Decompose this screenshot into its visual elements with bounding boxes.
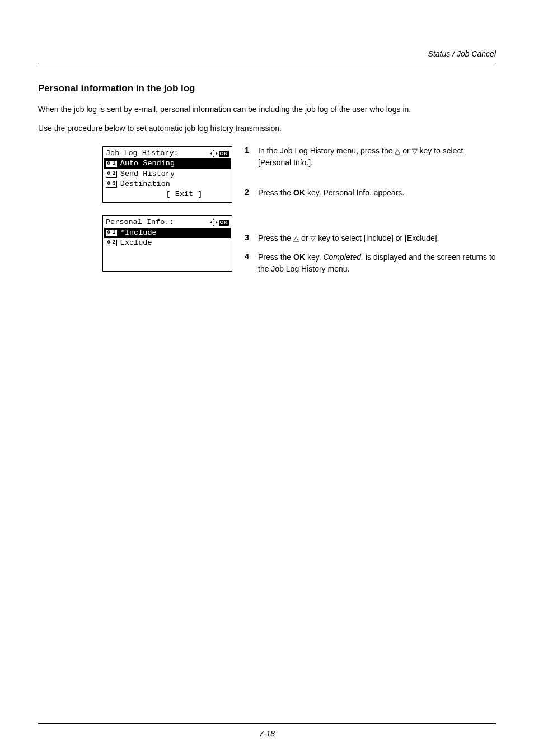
lcd2-row-include: 01 *Include — [104, 228, 231, 238]
lcd2-blank-row — [106, 258, 229, 268]
num-badge-01: 01 — [106, 230, 117, 236]
lcd2-title: Personal Info.: — [106, 217, 174, 227]
num-badge-02: 02 — [106, 171, 117, 178]
up-triangle-icon: △ — [395, 147, 400, 155]
svg-marker-3 — [216, 152, 218, 155]
page-header-section: Status / Job Cancel — [428, 49, 496, 58]
lcd2-row2-text: Exclude — [120, 238, 152, 248]
lcd2-row1-text: *Include — [120, 228, 157, 238]
step-1: 1 In the Job Log History menu, press the… — [241, 145, 496, 168]
intro-paragraph-2: Use the procedure below to set automatic… — [38, 123, 496, 134]
num-badge-02: 02 — [106, 240, 117, 246]
step-1-text: In the Job Log History menu, press the △… — [258, 145, 496, 168]
lcd1-row1-text: Auto Sending — [120, 158, 175, 169]
num-badge-01: 01 — [106, 161, 117, 167]
lcd1-row-send-history: 02 Send History — [106, 169, 229, 179]
step-number: 2 — [241, 187, 249, 198]
lcd2-blank-row — [106, 248, 229, 258]
svg-marker-2 — [210, 152, 212, 155]
nav-ok-indicator: OK — [210, 150, 229, 157]
nav-arrows-icon — [210, 218, 218, 226]
lcd1-row3-text: Destination — [120, 179, 170, 189]
lcd-personal-info: Personal Info.: OK 01 *Include — [102, 215, 232, 272]
svg-marker-5 — [213, 225, 215, 226]
nav-arrows-icon — [210, 150, 218, 157]
step-3: 3 Press the △ or ▽ key to select [Includ… — [241, 232, 496, 244]
up-triangle-icon: △ — [293, 234, 299, 242]
lcd2-row-exclude: 02 Exclude — [106, 238, 229, 248]
intro-paragraph-1: When the job log is sent by e-mail, pers… — [38, 104, 496, 115]
svg-marker-6 — [210, 221, 212, 223]
svg-marker-4 — [213, 218, 215, 220]
lcd1-title: Job Log History: — [106, 148, 179, 158]
lcd1-exit: [ Exit ] — [106, 189, 229, 199]
num-badge-03: 03 — [106, 181, 117, 188]
lcd-column: Job Log History: OK 01 Auto Sending — [38, 142, 226, 284]
nav-ok-indicator: OK — [210, 218, 229, 226]
step-2-text: Press the OK key. Personal Info. appears… — [258, 187, 496, 198]
ok-badge-icon: OK — [219, 220, 229, 226]
section-heading: Personal information in the job log — [38, 83, 496, 94]
step-3-text: Press the △ or ▽ key to select [Include]… — [258, 232, 496, 244]
step-4-text: Press the OK key. Completed. is displaye… — [258, 251, 496, 274]
page-number: 7-18 — [0, 729, 534, 738]
step-4: 4 Press the OK key. Completed. is displa… — [241, 251, 496, 274]
header-rule — [38, 63, 496, 63]
svg-marker-0 — [213, 150, 215, 151]
footer-rule — [38, 723, 496, 724]
lcd1-row-destination: 03 Destination — [106, 179, 229, 189]
ok-badge-icon: OK — [219, 151, 229, 157]
lcd-job-log-history: Job Log History: OK 01 Auto Sending — [102, 146, 232, 203]
lcd1-row2-text: Send History — [120, 169, 175, 179]
steps-column: 1 In the Job Log History menu, press the… — [241, 142, 496, 284]
lcd1-row-auto-sending: 01 Auto Sending — [104, 158, 231, 169]
step-2: 2 Press the OK key. Personal Info. appea… — [241, 187, 496, 198]
svg-marker-1 — [213, 156, 215, 157]
down-triangle-icon: ▽ — [412, 147, 418, 155]
down-triangle-icon: ▽ — [310, 234, 316, 242]
step-number: 4 — [241, 251, 249, 274]
svg-marker-7 — [216, 221, 218, 223]
step-number: 1 — [241, 145, 249, 168]
step-number: 3 — [241, 232, 249, 244]
